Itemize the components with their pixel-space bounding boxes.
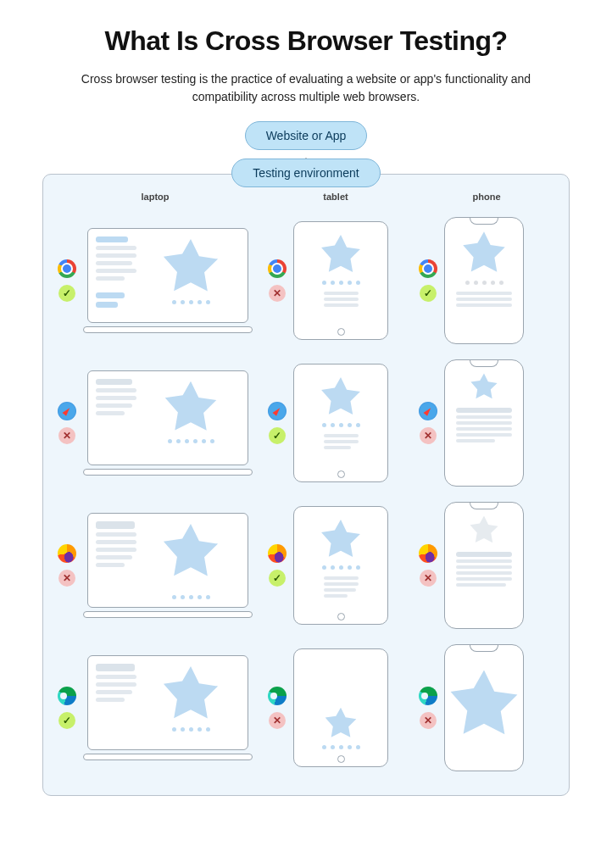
cell-safari-laptop: ✕ <box>58 359 253 487</box>
cell-safari-phone: ✕ <box>419 359 554 487</box>
laptop-mockup <box>83 513 253 618</box>
cell-chrome-tablet: ✕ <box>268 217 403 344</box>
tablet-mockup <box>293 364 403 482</box>
safari-icon <box>58 402 76 420</box>
firefox-icon <box>58 544 76 563</box>
source-pill: Website or App <box>245 121 368 150</box>
edge-icon <box>268 687 287 705</box>
tablet-mockup <box>293 506 403 625</box>
firefox-icon <box>419 544 437 563</box>
status-fail-icon: ✕ <box>58 427 75 444</box>
status-fail-icon: ✕ <box>269 712 286 729</box>
safari-icon <box>419 402 437 420</box>
cell-edge-phone: ✕ <box>419 644 554 771</box>
laptop-mockup <box>83 228 253 333</box>
laptop-mockup <box>83 370 253 476</box>
status-fail-icon: ✕ <box>269 285 286 302</box>
phone-mockup <box>444 359 554 487</box>
environment-pill: Testing environment <box>231 159 380 187</box>
page-title: What Is Cross Browser Testing? <box>42 25 570 57</box>
cell-firefox-tablet: ✓ <box>268 502 403 629</box>
chrome-icon <box>58 259 76 278</box>
status-pass-icon: ✓ <box>58 285 75 302</box>
status-pass-icon: ✓ <box>269 570 286 587</box>
page-subtitle: Cross browser testing is the practice of… <box>77 70 535 106</box>
phone-mockup <box>444 644 554 771</box>
chrome-icon <box>268 259 287 278</box>
tablet-mockup <box>293 221 403 340</box>
status-pass-icon: ✓ <box>420 285 437 302</box>
edge-icon <box>58 687 76 705</box>
testing-grid-container: laptoptabletphone ✓ ✕ ✓ ✕ <box>42 174 570 796</box>
safari-icon <box>268 402 287 420</box>
laptop-mockup <box>83 655 253 760</box>
cell-edge-laptop: ✓ <box>58 644 253 771</box>
phone-mockup <box>444 502 554 629</box>
status-pass-icon: ✓ <box>269 427 286 444</box>
col-head-tablet: tablet <box>268 192 403 202</box>
cell-chrome-phone: ✓ <box>419 217 554 344</box>
col-head-phone: phone <box>419 192 554 202</box>
status-fail-icon: ✕ <box>58 570 75 587</box>
status-pass-icon: ✓ <box>58 712 75 729</box>
col-head-laptop: laptop <box>58 192 253 202</box>
cell-edge-tablet: ✕ <box>268 644 403 771</box>
chrome-icon <box>419 259 437 278</box>
status-fail-icon: ✕ <box>420 712 437 729</box>
cell-safari-tablet: ✓ <box>268 359 403 487</box>
status-fail-icon: ✕ <box>420 427 437 444</box>
phone-mockup <box>444 217 554 344</box>
firefox-icon <box>268 544 287 563</box>
cell-chrome-laptop: ✓ <box>58 217 253 344</box>
cell-firefox-phone: ✕ <box>419 502 554 629</box>
cell-firefox-laptop: ✕ <box>58 502 253 629</box>
tablet-mockup <box>293 648 403 767</box>
status-fail-icon: ✕ <box>420 570 437 587</box>
edge-icon <box>419 687 437 705</box>
